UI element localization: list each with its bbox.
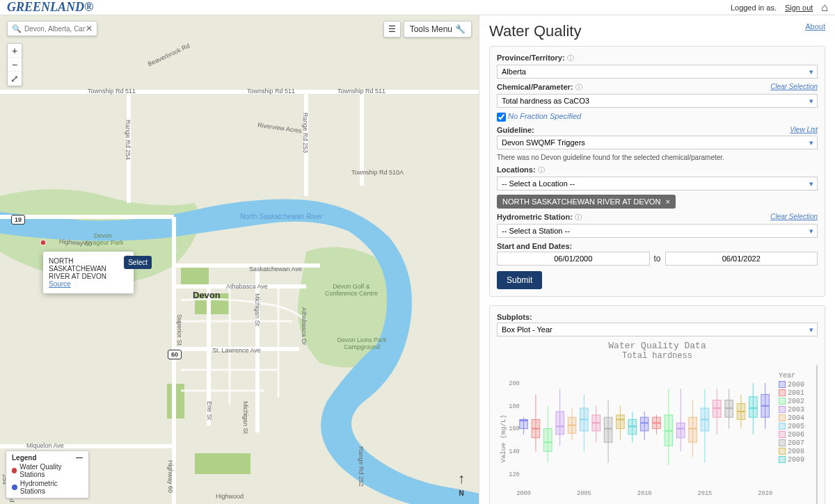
legend-wq-label: Water Quality Stations (19, 463, 83, 478)
chart-subtitle: Total hardness (497, 351, 818, 361)
svg-rect-35 (544, 428, 552, 451)
location-tag-remove-icon[interactable]: × (665, 197, 669, 206)
subplots-select[interactable] (497, 323, 818, 336)
map-area[interactable]: 🔍 ✕ + − ⤢ ☰ Tools Menu 🔧 Devon North Sas… (0, 15, 479, 504)
help-icon[interactable]: ⓘ (575, 213, 582, 221)
legend-row[interactable]: 2000 (779, 381, 816, 389)
popup-select-button[interactable]: Select (124, 256, 152, 269)
legend-dot-blue (12, 485, 17, 490)
zoom-home-button[interactable]: ⤢ (8, 72, 22, 86)
submit-button[interactable]: Submit (497, 271, 542, 289)
layers-button[interactable]: ☰ (383, 21, 401, 38)
map-label-river: North Saskatchewan River (240, 213, 322, 220)
svg-text:2005: 2005 (577, 490, 591, 497)
svg-rect-68 (676, 423, 685, 437)
no-fraction-checkbox[interactable] (497, 113, 506, 122)
start-date-input[interactable] (497, 252, 650, 266)
chart-title: Water Quality Data (497, 341, 818, 351)
zoom-out-button[interactable]: − (8, 58, 22, 72)
locations-select[interactable] (497, 177, 818, 190)
map-label-range254a: Range Rd 254 (125, 120, 132, 160)
help-icon[interactable]: ⓘ (538, 166, 545, 174)
popup-source-link[interactable]: Source (49, 280, 71, 288)
zoom-in-button[interactable]: + (8, 44, 22, 58)
svg-text:2015: 2015 (698, 490, 713, 497)
help-icon[interactable]: ⓘ (575, 83, 582, 91)
zoom-control: + − ⤢ (7, 43, 22, 86)
legend-hydro-label: Hydrometric Stations (20, 480, 83, 495)
date-row: to (497, 252, 818, 266)
subplots-label: Subplots: (497, 313, 818, 321)
end-date-input[interactable] (665, 252, 818, 266)
legend-row-wq: Water Quality Stations (12, 463, 83, 478)
map-label-highwood: Highwood (216, 493, 244, 500)
no-fraction-label: No Fraction Specified (508, 112, 581, 120)
svg-rect-1 (181, 266, 209, 286)
about-link[interactable]: About (805, 22, 825, 31)
panel-title: Water Quality (489, 22, 825, 40)
legend-row[interactable]: 2004 (779, 414, 816, 422)
map-label-range253: Range Rd 253 (302, 113, 309, 153)
clear-chemical-link[interactable]: Clear Selection (770, 83, 818, 92)
tools-menu-button[interactable]: Tools Menu 🔧 (404, 21, 472, 38)
chart-ylabel: Value (mg/L) (500, 414, 507, 462)
map-label-twp511c: Township Rd 511 (337, 88, 385, 95)
svg-text:140: 140 (509, 448, 520, 455)
legend-collapse-icon[interactable]: — (76, 454, 83, 462)
guideline-note: There was no Devon guideline found for t… (497, 154, 818, 161)
map-label-stlawrence: St. Lawrence Ave (212, 347, 261, 354)
hwy-shield-19: 19 (11, 215, 25, 225)
clear-hydro-link[interactable]: Clear Selection (770, 213, 818, 222)
svg-text:2020: 2020 (758, 490, 772, 497)
search-clear-icon[interactable]: ✕ (86, 24, 93, 33)
legend-row[interactable]: 2005 (779, 423, 816, 430)
legend-row[interactable]: 2009 (779, 456, 816, 464)
legend-row-hydro: Hydrometric Stations (12, 480, 83, 495)
right-panel: About Water Quality Province/Territory: … (479, 15, 835, 504)
svg-rect-50 (604, 417, 612, 442)
view-list-link[interactable]: View List (790, 126, 818, 134)
guideline-select[interactable] (497, 136, 818, 149)
svg-text:2010: 2010 (637, 490, 652, 497)
svg-rect-53 (617, 415, 625, 429)
search-input[interactable] (24, 25, 86, 33)
legend-row[interactable]: 2002 (779, 398, 816, 405)
map-label-twp511b: Township Rd 511 (247, 88, 295, 95)
header-right: Logged in as. Sign out ⌂ (731, 1, 828, 14)
legend-row[interactable]: 2006 (779, 431, 816, 439)
guideline-label: Guideline: View List (497, 126, 818, 134)
legend-row[interactable]: 2008 (779, 448, 816, 455)
legend-row[interactable]: 2007 (779, 439, 816, 447)
sign-out-link[interactable]: Sign out (785, 3, 813, 12)
svg-text:2000: 2000 (516, 490, 531, 497)
location-tag: NORTH SASKATCHEWAN RIVER AT DEVON × (497, 195, 676, 209)
map-label-golf: Devon Golf & Conference Centre (324, 283, 379, 297)
svg-text:180: 180 (509, 403, 520, 409)
legend-dot-red (12, 468, 17, 473)
svg-rect-59 (640, 417, 649, 431)
map-label-twp510a: Township Rd 510A (351, 169, 404, 176)
chemical-select[interactable] (497, 94, 818, 108)
location-tag-text: NORTH SASKATCHEWAN RIVER AT DEVON (502, 197, 660, 206)
map-label-erie: Erie St (206, 401, 213, 420)
map-label-athabasca: Athabasca Ave (226, 283, 268, 290)
svg-text:200: 200 (509, 380, 520, 387)
query-card: Province/Territory: ⓘ Chemical/Parameter… (489, 46, 825, 297)
hydro-label: Hydrometric Station: ⓘ Clear Selection (497, 213, 818, 222)
svg-point-17 (40, 240, 46, 245)
chart-area: Value (mg/L) Year 1201401601802002000200… (497, 365, 818, 504)
map-label-hwy60b: Highway 60 (167, 460, 174, 493)
chart-svg[interactable]: Value (mg/L) Year 1201401601802002000200… (497, 365, 779, 504)
legend-row[interactable]: 2003 (779, 406, 816, 414)
main-layout: 🔍 ✕ + − ⤢ ☰ Tools Menu 🔧 Devon North Sas… (0, 15, 835, 504)
province-label: Province/Territory: ⓘ (497, 54, 818, 63)
help-icon[interactable]: ⓘ (567, 54, 574, 62)
home-icon[interactable]: ⌂ (821, 1, 828, 14)
svg-rect-71 (689, 417, 697, 442)
map-label-devon: Devon (193, 290, 221, 300)
hydro-select[interactable] (497, 224, 818, 238)
svg-rect-4 (195, 453, 250, 474)
legend-row[interactable]: 2001 (779, 389, 816, 397)
map-label-michigan2: Michigan St (242, 401, 249, 434)
province-select[interactable] (497, 65, 818, 79)
